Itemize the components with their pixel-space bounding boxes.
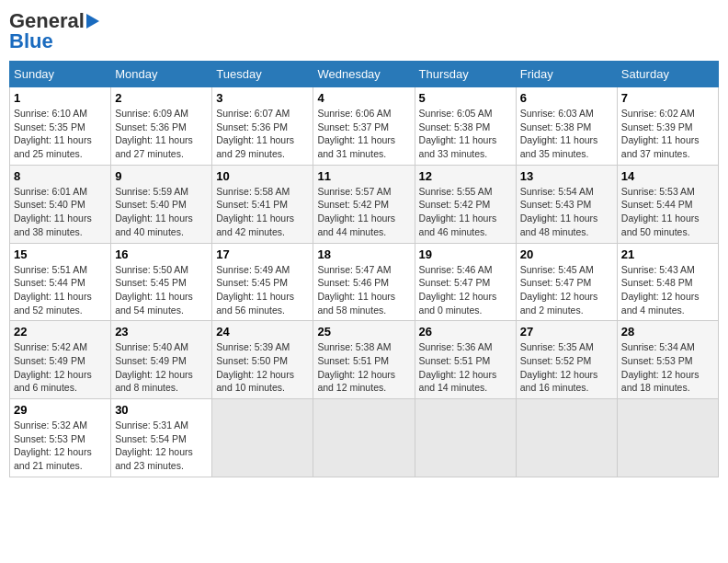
calendar-cell: 12 Sunrise: 5:55 AM Sunset: 5:42 PM Dayl… xyxy=(415,165,516,243)
calendar-cell: 21 Sunrise: 5:43 AM Sunset: 5:48 PM Dayl… xyxy=(617,243,718,321)
day-info: Sunrise: 6:06 AM Sunset: 5:37 PM Dayligh… xyxy=(317,107,410,161)
logo: General Blue xyxy=(9,9,99,53)
day-number: 27 xyxy=(520,325,613,339)
day-number: 22 xyxy=(14,325,107,339)
day-info: Sunrise: 5:43 AM Sunset: 5:48 PM Dayligh… xyxy=(621,263,714,317)
week-row-3: 15 Sunrise: 5:51 AM Sunset: 5:44 PM Dayl… xyxy=(10,243,719,321)
col-header-wednesday: Wednesday xyxy=(313,62,415,87)
day-number: 21 xyxy=(621,247,714,261)
day-number: 9 xyxy=(115,169,208,183)
day-info: Sunrise: 5:40 AM Sunset: 5:49 PM Dayligh… xyxy=(115,340,208,395)
day-number: 25 xyxy=(317,325,410,339)
calendar-cell: 13 Sunrise: 5:54 AM Sunset: 5:43 PM Dayl… xyxy=(516,165,617,243)
day-info: Sunrise: 5:34 AM Sunset: 5:53 PM Dayligh… xyxy=(621,340,714,395)
day-number: 20 xyxy=(520,247,613,261)
calendar-cell: 19 Sunrise: 5:46 AM Sunset: 5:47 PM Dayl… xyxy=(415,243,516,321)
calendar-cell: 17 Sunrise: 5:49 AM Sunset: 5:45 PM Dayl… xyxy=(212,243,313,321)
page-header: General Blue xyxy=(9,9,719,53)
calendar-cell: 28 Sunrise: 5:34 AM Sunset: 5:53 PM Dayl… xyxy=(617,321,718,399)
week-row-5: 29 Sunrise: 5:32 AM Sunset: 5:53 PM Dayl… xyxy=(10,399,719,477)
col-header-saturday: Saturday xyxy=(617,62,718,87)
day-info: Sunrise: 5:50 AM Sunset: 5:45 PM Dayligh… xyxy=(115,263,208,317)
calendar-cell: 2 Sunrise: 6:09 AM Sunset: 5:36 PM Dayli… xyxy=(111,87,212,166)
day-info: Sunrise: 5:39 AM Sunset: 5:50 PM Dayligh… xyxy=(216,340,309,395)
calendar-cell: 5 Sunrise: 6:05 AM Sunset: 5:38 PM Dayli… xyxy=(415,87,516,166)
day-info: Sunrise: 5:59 AM Sunset: 5:40 PM Dayligh… xyxy=(115,185,208,239)
logo-blue: Blue xyxy=(9,29,53,53)
calendar-cell: 8 Sunrise: 6:01 AM Sunset: 5:40 PM Dayli… xyxy=(10,165,111,243)
day-info: Sunrise: 5:32 AM Sunset: 5:53 PM Dayligh… xyxy=(14,419,107,473)
calendar-cell: 4 Sunrise: 6:06 AM Sunset: 5:37 PM Dayli… xyxy=(313,87,415,166)
day-info: Sunrise: 5:36 AM Sunset: 5:51 PM Dayligh… xyxy=(419,340,512,395)
day-info: Sunrise: 5:45 AM Sunset: 5:47 PM Dayligh… xyxy=(520,263,613,317)
col-header-tuesday: Tuesday xyxy=(212,62,313,87)
logo-arrow-icon xyxy=(86,14,99,29)
calendar-cell xyxy=(212,399,313,477)
day-info: Sunrise: 5:38 AM Sunset: 5:51 PM Dayligh… xyxy=(317,340,410,395)
day-number: 17 xyxy=(216,247,309,261)
day-info: Sunrise: 5:57 AM Sunset: 5:42 PM Dayligh… xyxy=(317,185,410,239)
day-info: Sunrise: 5:51 AM Sunset: 5:44 PM Dayligh… xyxy=(14,263,107,317)
day-info: Sunrise: 5:53 AM Sunset: 5:44 PM Dayligh… xyxy=(621,185,714,239)
col-header-sunday: Sunday xyxy=(10,62,111,87)
day-number: 5 xyxy=(419,91,512,105)
day-number: 26 xyxy=(419,325,512,339)
calendar-cell: 23 Sunrise: 5:40 AM Sunset: 5:49 PM Dayl… xyxy=(111,321,212,399)
day-number: 28 xyxy=(621,325,714,339)
day-number: 16 xyxy=(115,247,208,261)
day-number: 15 xyxy=(14,247,107,261)
day-info: Sunrise: 6:07 AM Sunset: 5:36 PM Dayligh… xyxy=(216,107,309,161)
day-number: 29 xyxy=(14,403,107,417)
day-number: 4 xyxy=(317,91,410,105)
header-row: SundayMondayTuesdayWednesdayThursdayFrid… xyxy=(10,62,719,87)
calendar-cell: 30 Sunrise: 5:31 AM Sunset: 5:54 PM Dayl… xyxy=(111,399,212,477)
calendar-cell: 10 Sunrise: 5:58 AM Sunset: 5:41 PM Dayl… xyxy=(212,165,313,243)
day-number: 12 xyxy=(419,169,512,183)
day-info: Sunrise: 5:55 AM Sunset: 5:42 PM Dayligh… xyxy=(419,185,512,239)
calendar-cell: 1 Sunrise: 6:10 AM Sunset: 5:35 PM Dayli… xyxy=(10,87,111,166)
day-number: 2 xyxy=(115,91,208,105)
day-info: Sunrise: 5:54 AM Sunset: 5:43 PM Dayligh… xyxy=(520,185,613,239)
week-row-1: 1 Sunrise: 6:10 AM Sunset: 5:35 PM Dayli… xyxy=(10,87,719,166)
day-info: Sunrise: 6:05 AM Sunset: 5:38 PM Dayligh… xyxy=(419,107,512,161)
day-number: 10 xyxy=(216,169,309,183)
calendar-table: SundayMondayTuesdayWednesdayThursdayFrid… xyxy=(9,61,719,477)
calendar-cell xyxy=(313,399,415,477)
calendar-cell: 7 Sunrise: 6:02 AM Sunset: 5:39 PM Dayli… xyxy=(617,87,718,166)
day-info: Sunrise: 6:03 AM Sunset: 5:38 PM Dayligh… xyxy=(520,107,613,161)
calendar-cell: 22 Sunrise: 5:42 AM Sunset: 5:49 PM Dayl… xyxy=(10,321,111,399)
day-number: 14 xyxy=(621,169,714,183)
day-info: Sunrise: 5:35 AM Sunset: 5:52 PM Dayligh… xyxy=(520,340,613,395)
day-number: 11 xyxy=(317,169,410,183)
calendar-cell: 26 Sunrise: 5:36 AM Sunset: 5:51 PM Dayl… xyxy=(415,321,516,399)
col-header-thursday: Thursday xyxy=(415,62,516,87)
day-info: Sunrise: 6:01 AM Sunset: 5:40 PM Dayligh… xyxy=(14,185,107,239)
week-row-2: 8 Sunrise: 6:01 AM Sunset: 5:40 PM Dayli… xyxy=(10,165,719,243)
day-number: 1 xyxy=(14,91,107,105)
col-header-friday: Friday xyxy=(516,62,617,87)
day-number: 19 xyxy=(419,247,512,261)
day-number: 6 xyxy=(520,91,613,105)
calendar-cell: 15 Sunrise: 5:51 AM Sunset: 5:44 PM Dayl… xyxy=(10,243,111,321)
calendar-cell: 3 Sunrise: 6:07 AM Sunset: 5:36 PM Dayli… xyxy=(212,87,313,166)
calendar-cell: 16 Sunrise: 5:50 AM Sunset: 5:45 PM Dayl… xyxy=(111,243,212,321)
calendar-cell xyxy=(516,399,617,477)
day-number: 8 xyxy=(14,169,107,183)
calendar-cell: 27 Sunrise: 5:35 AM Sunset: 5:52 PM Dayl… xyxy=(516,321,617,399)
day-number: 13 xyxy=(520,169,613,183)
calendar-cell: 14 Sunrise: 5:53 AM Sunset: 5:44 PM Dayl… xyxy=(617,165,718,243)
day-number: 23 xyxy=(115,325,208,339)
day-number: 7 xyxy=(621,91,714,105)
calendar-cell: 6 Sunrise: 6:03 AM Sunset: 5:38 PM Dayli… xyxy=(516,87,617,166)
day-info: Sunrise: 6:09 AM Sunset: 5:36 PM Dayligh… xyxy=(115,107,208,161)
calendar-cell: 24 Sunrise: 5:39 AM Sunset: 5:50 PM Dayl… xyxy=(212,321,313,399)
col-header-monday: Monday xyxy=(111,62,212,87)
calendar-cell xyxy=(415,399,516,477)
day-info: Sunrise: 5:49 AM Sunset: 5:45 PM Dayligh… xyxy=(216,263,309,317)
day-info: Sunrise: 5:58 AM Sunset: 5:41 PM Dayligh… xyxy=(216,185,309,239)
calendar-cell: 29 Sunrise: 5:32 AM Sunset: 5:53 PM Dayl… xyxy=(10,399,111,477)
day-info: Sunrise: 6:10 AM Sunset: 5:35 PM Dayligh… xyxy=(14,107,107,161)
calendar-cell: 25 Sunrise: 5:38 AM Sunset: 5:51 PM Dayl… xyxy=(313,321,415,399)
calendar-cell: 18 Sunrise: 5:47 AM Sunset: 5:46 PM Dayl… xyxy=(313,243,415,321)
day-info: Sunrise: 5:46 AM Sunset: 5:47 PM Dayligh… xyxy=(419,263,512,317)
